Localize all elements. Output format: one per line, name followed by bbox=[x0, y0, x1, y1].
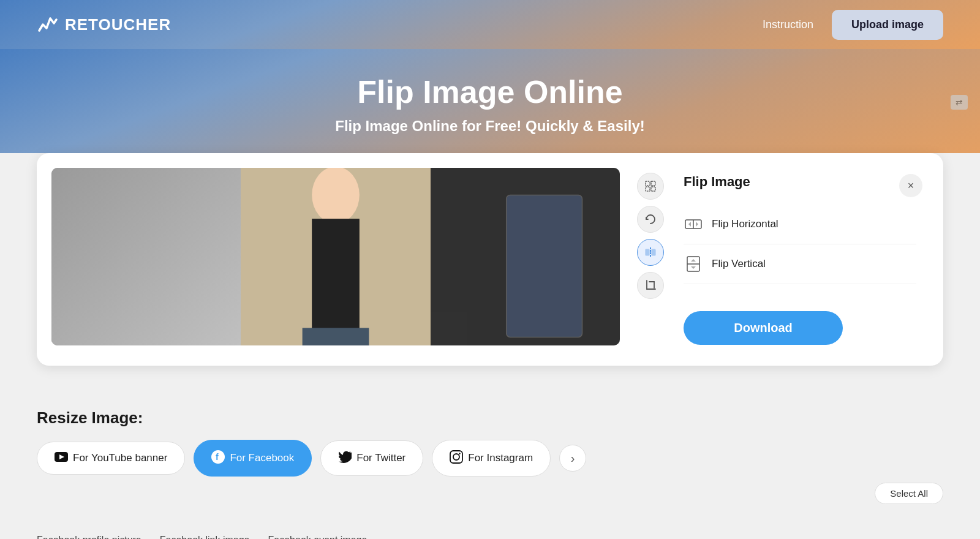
svg-rect-9 bbox=[651, 181, 655, 186]
fb-size-event: Facebook event image bbox=[268, 535, 368, 539]
svg-marker-21 bbox=[691, 259, 696, 262]
tab-instagram-label: For Instagram bbox=[468, 452, 533, 464]
upload-image-button[interactable]: Upload image bbox=[832, 10, 943, 40]
svg-marker-18 bbox=[696, 222, 698, 227]
svg-rect-11 bbox=[651, 187, 655, 191]
image-right-panel bbox=[431, 168, 620, 345]
fb-sizes-section: Facebook profile picture Facebook link i… bbox=[0, 522, 980, 539]
header-nav: Instruction Upload image bbox=[763, 10, 943, 40]
fb-size-profile: Facebook profile picture bbox=[37, 535, 141, 539]
right-panel: Flip Image × Flip Horizontal bbox=[671, 168, 929, 351]
svg-rect-2 bbox=[315, 193, 356, 297]
svg-rect-14 bbox=[652, 249, 655, 255]
fb-size-link: Facebook link image bbox=[160, 535, 250, 539]
svg-rect-27 bbox=[450, 451, 462, 463]
chevron-right-icon: › bbox=[571, 451, 575, 466]
youtube-icon bbox=[55, 452, 68, 464]
svg-rect-3 bbox=[298, 295, 330, 345]
svg-point-28 bbox=[453, 454, 459, 460]
tool-select-button[interactable] bbox=[637, 173, 664, 200]
twitter-icon bbox=[338, 451, 352, 466]
flip-horizontal-icon bbox=[684, 214, 703, 234]
tab-instagram[interactable]: For Instagram bbox=[432, 440, 551, 477]
editor-card: Flip Image × Flip Horizontal bbox=[37, 153, 943, 366]
flip-horizontal-label: Flip Horizontal bbox=[712, 218, 778, 230]
tab-facebook[interactable]: f For Facebook bbox=[194, 440, 312, 477]
svg-rect-8 bbox=[646, 181, 650, 186]
select-all-row: Select All bbox=[37, 477, 943, 510]
tab-twitter-label: For Twitter bbox=[356, 452, 405, 464]
expand-icon[interactable]: ⇄ bbox=[951, 95, 968, 110]
image-left-panel bbox=[51, 168, 241, 345]
logo-text: RETOUCHER bbox=[65, 15, 171, 34]
tool-flip-button[interactable] bbox=[637, 239, 664, 266]
svg-rect-13 bbox=[646, 249, 649, 255]
header: RETOUCHER Instruction Upload image bbox=[0, 0, 980, 49]
tab-youtube[interactable]: For YouTube banner bbox=[37, 442, 185, 475]
select-all-button[interactable]: Select All bbox=[875, 483, 943, 504]
close-button[interactable]: × bbox=[899, 174, 922, 197]
more-tabs-button[interactable]: › bbox=[559, 445, 586, 472]
svg-marker-17 bbox=[688, 222, 691, 227]
hero-title: Flip Image Online bbox=[37, 74, 943, 110]
download-button[interactable]: Download bbox=[684, 311, 843, 345]
toolbar bbox=[630, 168, 671, 351]
flip-vertical-icon bbox=[684, 254, 703, 274]
tab-youtube-label: For YouTube banner bbox=[73, 452, 167, 464]
close-icon: × bbox=[908, 179, 914, 192]
image-center-panel bbox=[241, 168, 430, 345]
svg-point-29 bbox=[459, 453, 461, 454]
hero-subtitle: Flip Image Online for Free! Quickly & Ea… bbox=[37, 118, 943, 135]
svg-rect-10 bbox=[646, 187, 650, 191]
panel-title: Flip Image bbox=[684, 174, 916, 190]
svg-rect-6 bbox=[506, 195, 582, 337]
main-section: Flip Image × Flip Horizontal bbox=[0, 153, 980, 390]
logo-icon bbox=[37, 13, 59, 36]
facebook-icon: f bbox=[211, 450, 225, 466]
svg-rect-4 bbox=[333, 295, 365, 345]
flip-horizontal-option[interactable]: Flip Horizontal bbox=[684, 205, 916, 244]
resize-title: Resize Image: bbox=[37, 409, 943, 428]
tab-facebook-label: For Facebook bbox=[230, 452, 294, 464]
tool-rotate-button[interactable] bbox=[637, 206, 664, 233]
flip-vertical-option[interactable]: Flip Vertical bbox=[684, 244, 916, 284]
svg-point-1 bbox=[315, 168, 356, 196]
tool-crop-button[interactable] bbox=[637, 272, 664, 299]
image-preview bbox=[51, 168, 620, 345]
tab-twitter[interactable]: For Twitter bbox=[320, 440, 423, 476]
svg-rect-0 bbox=[241, 168, 430, 345]
instruction-link[interactable]: Instruction bbox=[763, 18, 813, 31]
resize-section: Resize Image: For YouTube banner f For F… bbox=[0, 390, 980, 522]
resize-tabs: For YouTube banner f For Facebook For Tw… bbox=[37, 440, 943, 477]
svg-marker-22 bbox=[691, 266, 696, 269]
flip-vertical-label: Flip Vertical bbox=[712, 258, 766, 270]
svg-text:f: f bbox=[216, 452, 219, 462]
logo: RETOUCHER bbox=[37, 13, 171, 36]
instagram-icon bbox=[450, 450, 463, 466]
image-area bbox=[51, 168, 671, 351]
